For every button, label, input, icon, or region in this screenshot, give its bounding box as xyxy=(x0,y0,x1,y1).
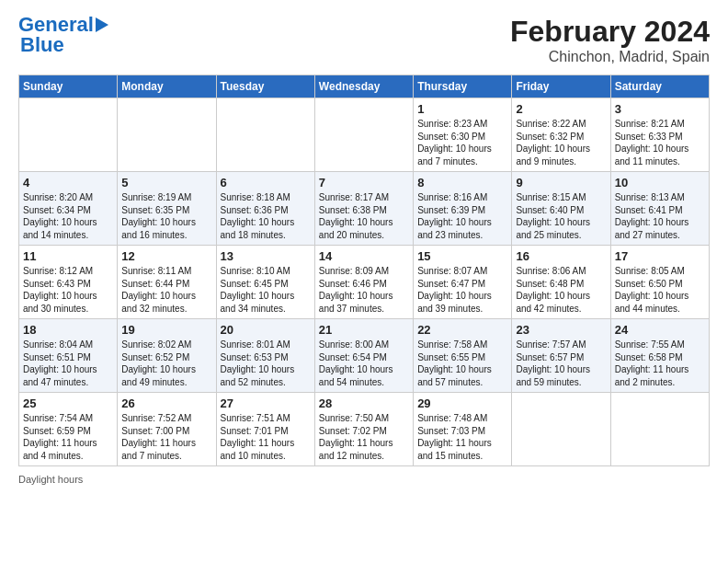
day-number: 1 xyxy=(417,102,507,116)
calendar-cell: 26Sunrise: 7:52 AM Sunset: 7:00 PM Dayli… xyxy=(118,393,216,466)
day-number: 28 xyxy=(319,396,409,410)
calendar-cell: 20Sunrise: 8:01 AM Sunset: 6:53 PM Dayli… xyxy=(216,319,314,393)
day-info: Sunrise: 7:58 AM Sunset: 6:55 PM Dayligh… xyxy=(417,339,507,388)
day-number: 21 xyxy=(319,323,409,337)
day-info: Sunrise: 8:15 AM Sunset: 6:40 PM Dayligh… xyxy=(516,191,606,241)
day-number: 9 xyxy=(516,176,606,190)
calendar-cell xyxy=(314,98,413,172)
calendar-cell: 7Sunrise: 8:17 AM Sunset: 6:38 PM Daylig… xyxy=(314,172,413,246)
day-number: 10 xyxy=(615,176,705,190)
day-info: Sunrise: 8:04 AM Sunset: 6:51 PM Dayligh… xyxy=(23,339,113,388)
day-number: 17 xyxy=(615,249,705,263)
day-info: Sunrise: 8:10 AM Sunset: 6:45 PM Dayligh… xyxy=(221,265,311,315)
day-number: 15 xyxy=(417,249,507,263)
day-info: Sunrise: 7:48 AM Sunset: 7:03 PM Dayligh… xyxy=(417,412,507,462)
day-number: 29 xyxy=(417,396,507,410)
day-number: 23 xyxy=(516,323,606,337)
calendar-cell: 13Sunrise: 8:10 AM Sunset: 6:45 PM Dayli… xyxy=(216,246,314,319)
day-number: 26 xyxy=(121,396,211,410)
day-number: 24 xyxy=(615,323,705,337)
calendar-cell: 18Sunrise: 8:04 AM Sunset: 6:51 PM Dayli… xyxy=(19,319,118,393)
calendar-cell xyxy=(610,393,709,466)
calendar-cell: 11Sunrise: 8:12 AM Sunset: 6:43 PM Dayli… xyxy=(19,246,118,319)
calendar-cell: 10Sunrise: 8:13 AM Sunset: 6:41 PM Dayli… xyxy=(610,172,709,246)
day-number: 16 xyxy=(516,249,606,263)
day-info: Sunrise: 7:51 AM Sunset: 7:01 PM Dayligh… xyxy=(221,412,311,462)
day-info: Sunrise: 8:09 AM Sunset: 6:46 PM Dayligh… xyxy=(319,265,409,315)
header-day-tuesday: Tuesday xyxy=(216,75,314,98)
day-info: Sunrise: 7:55 AM Sunset: 6:58 PM Dayligh… xyxy=(615,339,705,388)
day-number: 11 xyxy=(23,249,113,263)
calendar-cell xyxy=(19,98,118,172)
calendar-cell xyxy=(216,98,314,172)
week-row-0: 1Sunrise: 8:23 AM Sunset: 6:30 PM Daylig… xyxy=(19,98,710,172)
calendar-cell: 22Sunrise: 7:58 AM Sunset: 6:55 PM Dayli… xyxy=(414,319,512,393)
header-day-wednesday: Wednesday xyxy=(314,75,413,98)
header-day-monday: Monday xyxy=(118,75,216,98)
day-info: Sunrise: 8:20 AM Sunset: 6:34 PM Dayligh… xyxy=(23,191,113,241)
day-info: Sunrise: 8:11 AM Sunset: 6:44 PM Dayligh… xyxy=(121,265,211,315)
calendar-cell: 17Sunrise: 8:05 AM Sunset: 6:50 PM Dayli… xyxy=(610,246,709,319)
calendar-cell: 29Sunrise: 7:48 AM Sunset: 7:03 PM Dayli… xyxy=(414,393,512,466)
header-day-sunday: Sunday xyxy=(19,75,118,98)
day-info: Sunrise: 8:12 AM Sunset: 6:43 PM Dayligh… xyxy=(23,265,113,315)
day-number: 6 xyxy=(221,176,311,190)
day-number: 4 xyxy=(23,176,113,190)
day-info: Sunrise: 7:57 AM Sunset: 6:57 PM Dayligh… xyxy=(516,339,606,388)
day-info: Sunrise: 8:16 AM Sunset: 6:39 PM Dayligh… xyxy=(417,191,507,241)
day-info: Sunrise: 7:52 AM Sunset: 7:00 PM Dayligh… xyxy=(121,412,211,462)
day-info: Sunrise: 8:00 AM Sunset: 6:54 PM Dayligh… xyxy=(319,339,409,388)
calendar-cell: 6Sunrise: 8:18 AM Sunset: 6:36 PM Daylig… xyxy=(216,172,314,246)
day-number: 13 xyxy=(221,249,311,263)
calendar-title: February 2024 xyxy=(510,15,710,49)
calendar-cell: 8Sunrise: 8:16 AM Sunset: 6:39 PM Daylig… xyxy=(414,172,512,246)
page: General Blue February 2024 Chinchon, Mad… xyxy=(0,0,728,563)
week-row-1: 4Sunrise: 8:20 AM Sunset: 6:34 PM Daylig… xyxy=(19,172,710,246)
day-number: 20 xyxy=(221,323,311,337)
day-info: Sunrise: 7:54 AM Sunset: 6:59 PM Dayligh… xyxy=(23,412,113,462)
day-number: 22 xyxy=(417,323,507,337)
day-number: 3 xyxy=(615,102,705,116)
day-number: 2 xyxy=(516,102,606,116)
calendar-cell xyxy=(118,98,216,172)
calendar-cell: 1Sunrise: 8:23 AM Sunset: 6:30 PM Daylig… xyxy=(414,98,512,172)
day-number: 8 xyxy=(417,176,507,190)
day-info: Sunrise: 8:05 AM Sunset: 6:50 PM Dayligh… xyxy=(615,265,705,315)
day-number: 25 xyxy=(23,396,113,410)
calendar-cell: 19Sunrise: 8:02 AM Sunset: 6:52 PM Dayli… xyxy=(118,319,216,393)
calendar-cell: 23Sunrise: 7:57 AM Sunset: 6:57 PM Dayli… xyxy=(512,319,610,393)
day-number: 12 xyxy=(121,249,211,263)
day-number: 18 xyxy=(23,323,113,337)
calendar-cell: 3Sunrise: 8:21 AM Sunset: 6:33 PM Daylig… xyxy=(610,98,709,172)
day-info: Sunrise: 8:22 AM Sunset: 6:32 PM Dayligh… xyxy=(516,118,606,167)
day-info: Sunrise: 8:02 AM Sunset: 6:52 PM Dayligh… xyxy=(121,339,211,388)
calendar-cell: 27Sunrise: 7:51 AM Sunset: 7:01 PM Dayli… xyxy=(216,393,314,466)
week-row-3: 18Sunrise: 8:04 AM Sunset: 6:51 PM Dayli… xyxy=(19,319,710,393)
day-info: Sunrise: 8:23 AM Sunset: 6:30 PM Dayligh… xyxy=(417,118,507,167)
week-row-4: 25Sunrise: 7:54 AM Sunset: 6:59 PM Dayli… xyxy=(19,393,710,466)
calendar-cell: 2Sunrise: 8:22 AM Sunset: 6:32 PM Daylig… xyxy=(512,98,610,172)
calendar-cell: 9Sunrise: 8:15 AM Sunset: 6:40 PM Daylig… xyxy=(512,172,610,246)
day-number: 19 xyxy=(121,323,211,337)
day-info: Sunrise: 8:13 AM Sunset: 6:41 PM Dayligh… xyxy=(615,191,705,241)
day-info: Sunrise: 8:19 AM Sunset: 6:35 PM Dayligh… xyxy=(121,191,211,241)
calendar-cell: 25Sunrise: 7:54 AM Sunset: 6:59 PM Dayli… xyxy=(19,393,118,466)
day-info: Sunrise: 8:18 AM Sunset: 6:36 PM Dayligh… xyxy=(221,191,311,241)
day-info: Sunrise: 8:06 AM Sunset: 6:48 PM Dayligh… xyxy=(516,265,606,315)
header-day-friday: Friday xyxy=(512,75,610,98)
calendar-cell: 5Sunrise: 8:19 AM Sunset: 6:35 PM Daylig… xyxy=(118,172,216,246)
title-block: February 2024 Chinchon, Madrid, Spain xyxy=(510,15,710,65)
calendar-table: SundayMondayTuesdayWednesdayThursdayFrid… xyxy=(18,75,710,466)
day-number: 27 xyxy=(221,396,311,410)
header-day-thursday: Thursday xyxy=(414,75,512,98)
calendar-cell: 28Sunrise: 7:50 AM Sunset: 7:02 PM Dayli… xyxy=(314,393,413,466)
calendar-cell: 24Sunrise: 7:55 AM Sunset: 6:58 PM Dayli… xyxy=(610,319,709,393)
calendar-cell xyxy=(512,393,610,466)
header-day-saturday: Saturday xyxy=(610,75,709,98)
footer-text: Daylight hours xyxy=(18,474,83,485)
calendar-cell: 16Sunrise: 8:06 AM Sunset: 6:48 PM Dayli… xyxy=(512,246,610,319)
logo-blue: Blue xyxy=(20,35,64,55)
header: General Blue February 2024 Chinchon, Mad… xyxy=(18,15,710,65)
header-row: SundayMondayTuesdayWednesdayThursdayFrid… xyxy=(19,75,710,98)
logo-text: General xyxy=(18,15,94,35)
